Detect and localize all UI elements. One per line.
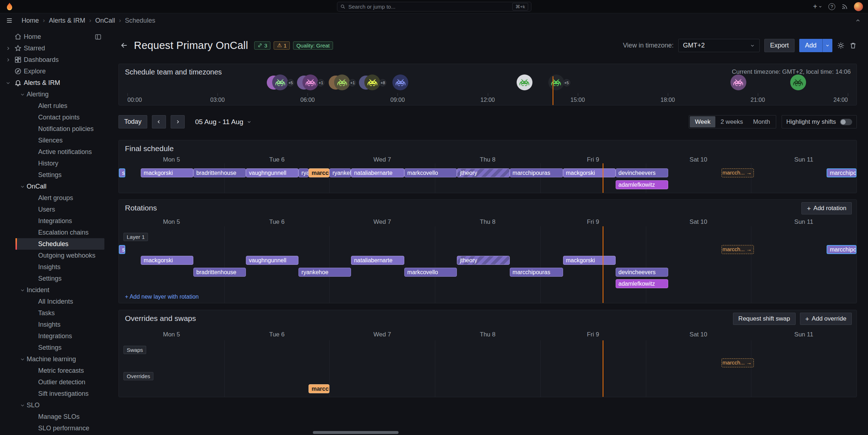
- view-option-2-weeks[interactable]: 2 weeks: [715, 116, 748, 127]
- sidebar-item-silences[interactable]: Silences: [0, 135, 108, 146]
- shift-block-jtheory[interactable]: jtheory: [457, 256, 509, 265]
- breadcrumb-oncall[interactable]: OnCall: [95, 17, 115, 24]
- sidebar-item-notification-policies[interactable]: Notification policies: [0, 123, 108, 135]
- date-range-dropdown[interactable]: 05 Aug - 11 Aug: [195, 118, 252, 126]
- today-button[interactable]: Today: [118, 115, 147, 128]
- shift-block-marcch[interactable]: marcch... → ?: [721, 168, 754, 177]
- shift-block-bradrittenhouse[interactable]: bradrittenhouse: [193, 268, 246, 277]
- shift-block-vaughngunnell[interactable]: vaughngunnell: [246, 256, 298, 265]
- sidebar-item-outgoing-webhooks[interactable]: Outgoing webhooks: [0, 250, 108, 261]
- shift-block-mackgorski[interactable]: mackgorski: [563, 256, 616, 265]
- shift-block-mackgorski[interactable]: mackgorski: [563, 168, 616, 177]
- linked-escalations-badge[interactable]: 3: [254, 41, 270, 50]
- user-avatar[interactable]: [854, 2, 863, 11]
- shift-block-marcchipouras[interactable]: marcchipouras: [510, 168, 563, 177]
- sidebar-item-integrations[interactable]: Integrations: [0, 215, 108, 227]
- shift-block-jtheory[interactable]: jtheory: [457, 168, 509, 177]
- news-rss-icon[interactable]: [841, 4, 848, 10]
- sidebar-item-alert-groups[interactable]: Alert groups: [0, 192, 108, 204]
- sidebar-item-slo-performance[interactable]: SLO performance: [0, 422, 108, 434]
- team-member-avatar-group[interactable]: [517, 74, 532, 90]
- sidebar-item-all-incidents[interactable]: All Incidents: [0, 296, 108, 307]
- chevron-up-icon[interactable]: [855, 18, 861, 23]
- warnings-badge[interactable]: ⚠ 1: [274, 41, 290, 50]
- team-member-avatar-group[interactable]: +5: [548, 74, 564, 90]
- timezone-select[interactable]: GMT+2: [678, 39, 760, 52]
- shift-block-markcovello[interactable]: markcovello: [404, 268, 457, 277]
- team-member-avatar-group[interactable]: [730, 74, 746, 90]
- sidebar-item-alerts-irm[interactable]: Alerts & IRM: [0, 77, 108, 89]
- breadcrumb-home[interactable]: Home: [22, 17, 39, 24]
- dock-sidebar-icon[interactable]: [95, 33, 102, 40]
- team-member-avatar-group[interactable]: [392, 74, 408, 90]
- search-input[interactable]: [348, 4, 513, 10]
- sidebar-item-active-notifications[interactable]: Active notifications: [0, 146, 108, 158]
- previous-week-button[interactable]: [152, 115, 166, 128]
- help-icon[interactable]: ?: [828, 3, 835, 10]
- shift-block-s[interactable]: s: [119, 245, 125, 254]
- request-shift-swap-button[interactable]: Request shift swap: [733, 313, 796, 325]
- sidebar-item-integrations[interactable]: Integrations: [0, 330, 108, 342]
- add-override-button[interactable]: + Add override: [800, 313, 852, 325]
- breadcrumb-alerts-irm[interactable]: Alerts & IRM: [49, 17, 85, 24]
- sidebar-item-incident[interactable]: Incident: [0, 284, 108, 296]
- sidebar-item-machine-learning[interactable]: Machine learning: [0, 353, 108, 365]
- sidebar-item-insights[interactable]: Insights: [0, 261, 108, 273]
- sidebar-item-outlier-detection[interactable]: Outlier detection: [0, 376, 108, 388]
- shift-block-rya[interactable]: rya: [298, 168, 309, 177]
- sidebar-item-slo[interactable]: SLO: [0, 399, 108, 411]
- view-option-week[interactable]: Week: [690, 116, 715, 127]
- shift-block-markcovello[interactable]: markcovello: [404, 168, 457, 177]
- team-member-avatar-group[interactable]: +1: [334, 74, 350, 90]
- shift-block-marcch[interactable]: marcch... → ?: [721, 358, 754, 367]
- team-member-avatar-group[interactable]: +8: [364, 74, 380, 90]
- team-member-avatar-group[interactable]: +5: [272, 74, 288, 90]
- team-member-avatar-group[interactable]: [790, 74, 806, 90]
- sidebar-item-oncall[interactable]: OnCall: [0, 181, 108, 192]
- shift-block-adamlefkowitz[interactable]: adamlefkowitz: [616, 180, 668, 189]
- shift-block-mackgorski[interactable]: mackgorski: [141, 256, 193, 265]
- grafana-logo-icon[interactable]: [5, 2, 14, 11]
- sidebar-item-schedules[interactable]: Schedules: [15, 238, 104, 250]
- view-option-month[interactable]: Month: [748, 116, 775, 127]
- sidebar-item-contact-points[interactable]: Contact points: [0, 112, 108, 123]
- create-new-button[interactable]: +: [813, 3, 822, 11]
- shift-block-adamlefkowitz[interactable]: adamlefkowitz: [616, 279, 668, 288]
- next-week-button[interactable]: [171, 115, 185, 128]
- mega-menu-toggle[interactable]: [6, 17, 13, 24]
- highlight-my-shifts-toggle[interactable]: [840, 119, 852, 125]
- shift-block-vaughngunnell[interactable]: vaughngunnell: [246, 168, 298, 177]
- sidebar-item-settings[interactable]: Settings: [0, 273, 108, 284]
- add-rotation-button[interactable]: + Add rotation: [801, 202, 852, 214]
- horizontal-scrollbar-thumb[interactable]: [313, 431, 399, 434]
- sidebar-item-alerting[interactable]: Alerting: [0, 89, 108, 100]
- sidebar-item-users[interactable]: Users: [0, 204, 108, 215]
- shift-block-nataliabernarte[interactable]: nataliabernarte: [351, 256, 404, 265]
- quality-badge[interactable]: Quality: Great: [293, 41, 333, 50]
- sidebar-item-metric-forecasts[interactable]: Metric forecasts: [0, 365, 108, 376]
- schedule-settings-gear-icon[interactable]: [837, 42, 845, 49]
- sidebar-item-manage-slos[interactable]: Manage SLOs: [0, 411, 108, 422]
- export-button[interactable]: Export: [764, 39, 795, 52]
- sidebar-item-sift-investigations[interactable]: Sift investigations: [0, 388, 108, 399]
- shift-block-devincheevers[interactable]: devincheevers: [616, 268, 668, 277]
- add-dropdown-caret[interactable]: [822, 39, 832, 52]
- sidebar-item-alert-rules[interactable]: Alert rules: [0, 100, 108, 112]
- add-new-layer-link[interactable]: + Add new layer with rotation: [125, 294, 199, 300]
- shift-block-marcchipoura[interactable]: marcchipoura: [827, 168, 856, 177]
- sidebar-item-explore[interactable]: Explore: [0, 65, 108, 77]
- add-button[interactable]: Add: [799, 39, 832, 52]
- shift-block-nataliabernarte[interactable]: nataliabernarte: [351, 168, 404, 177]
- shift-block-s[interactable]: s: [119, 168, 125, 177]
- sidebar-item-settings[interactable]: Settings: [0, 169, 108, 181]
- shift-block-marcch[interactable]: marcch... → ?: [721, 245, 754, 254]
- sidebar-item-dashboards[interactable]: Dashboards: [0, 54, 108, 65]
- sidebar-item-starred[interactable]: Starred: [0, 42, 108, 54]
- highlight-my-shifts-control[interactable]: Highlight my shifts: [782, 115, 857, 128]
- back-arrow-button[interactable]: [120, 41, 129, 50]
- shift-block-mackgorski[interactable]: mackgorski: [141, 168, 193, 177]
- shift-block-marcchipouras[interactable]: marcchipouras: [510, 268, 563, 277]
- shift-block-devincheevers[interactable]: devincheevers: [616, 168, 668, 177]
- shift-block-marcchipoura[interactable]: marcchipoura: [827, 245, 856, 254]
- shift-block-marcchip[interactable]: marcchip: [309, 384, 329, 393]
